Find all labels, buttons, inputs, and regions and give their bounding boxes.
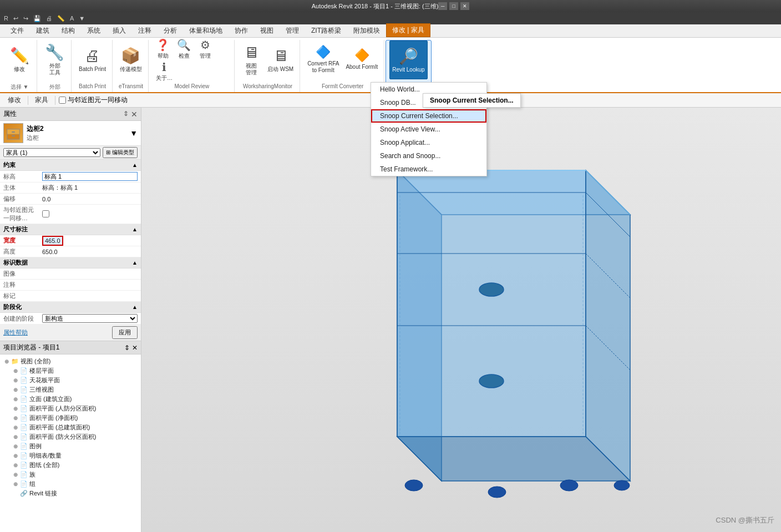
- tree-toggle-groups[interactable]: ⊕: [11, 481, 20, 487]
- launch-wsm-label: 启动 WSM: [267, 66, 293, 73]
- dimensions-section-header[interactable]: 尺寸标注 ▲: [0, 224, 141, 235]
- minimize-button[interactable]: ─: [438, 2, 447, 10]
- tree-item-revit-links[interactable]: 🔗 Revit 链接: [0, 489, 141, 498]
- tree-item-area-fire[interactable]: ⊕ 📄 面积平面 (防火分区面积): [0, 432, 141, 442]
- prop-highlight-width[interactable]: 465.0: [42, 236, 63, 246]
- transmit-model-button[interactable]: 📦 传递模型: [117, 40, 145, 79]
- properties-help-link[interactable]: 属性帮助: [3, 328, 28, 337]
- modify-button[interactable]: ✏️ 修改: [6, 40, 33, 79]
- launch-wsm-button[interactable]: 🖥 启动 WSM: [265, 40, 296, 79]
- tab-zit[interactable]: ZIT路桥梁: [305, 24, 347, 37]
- tree-toggle-area-civil[interactable]: ⊕: [11, 406, 20, 412]
- tree-icon-floor-plan: 📄: [20, 367, 28, 374]
- tree-toggle-area-net[interactable]: ⊕: [11, 415, 20, 421]
- external-tools-button[interactable]: 🔧 外部工具: [42, 40, 67, 79]
- project-browser-expand-icon[interactable]: ⇕: [124, 344, 130, 352]
- tab-insert[interactable]: 插入: [106, 24, 132, 37]
- tab-addins[interactable]: 附加模块: [347, 24, 386, 37]
- tree-toggle-views-all[interactable]: ⊕: [2, 358, 11, 364]
- tree-item-sheets[interactable]: ⊕ 📄 图纸 (全部): [0, 460, 141, 470]
- tab-massing[interactable]: 体量和场地: [183, 24, 229, 37]
- revit-lookup-button[interactable]: 🔎 Revit Lookup: [389, 40, 427, 79]
- qa-redo[interactable]: ↪: [22, 14, 30, 23]
- tab-structure[interactable]: 结构: [55, 24, 81, 37]
- toolbar-modify[interactable]: 修改: [4, 94, 24, 106]
- phasing-section-header[interactable]: 阶段化 ▲: [0, 302, 141, 313]
- tab-analyze[interactable]: 分析: [158, 24, 183, 37]
- qa-print[interactable]: 🖨: [44, 14, 54, 22]
- prop-checkbox-move-with[interactable]: [42, 210, 49, 217]
- edit-type-button[interactable]: ⊞ 编辑类型: [103, 147, 138, 158]
- about-button[interactable]: ℹ 关于…: [153, 62, 175, 80]
- manage-button[interactable]: ⚙ 管理: [195, 40, 215, 58]
- tree-item-ceiling-plan[interactable]: ⊕ 📄 天花板平面: [0, 376, 141, 385]
- qa-tag[interactable]: A: [68, 14, 75, 22]
- qa-undo[interactable]: ↩: [12, 14, 20, 23]
- qa-save[interactable]: 💾: [32, 14, 43, 23]
- tree-item-area-civil[interactable]: ⊕ 📄 面积平面 (人防分区面积): [0, 404, 141, 413]
- move-with-nearby-checkbox[interactable]: 与邻近图元一同移动: [59, 95, 128, 105]
- tree-item-legend[interactable]: ⊕ 📄 图例: [0, 442, 141, 451]
- modify-label: 修改: [14, 66, 25, 73]
- qa-more[interactable]: ▼: [77, 14, 87, 22]
- tab-file[interactable]: 文件: [4, 24, 30, 37]
- menu-item-search-snoop[interactable]: Search and Snoop...: [371, 149, 486, 163]
- family-count-select[interactable]: 家具 (1): [3, 148, 100, 157]
- tree-toggle-3d-view[interactable]: ⊕: [11, 387, 20, 393]
- object-dropdown-arrow[interactable]: ▼: [130, 129, 138, 138]
- toolbar-furniture[interactable]: 家具: [32, 94, 52, 106]
- prop-input-level[interactable]: [42, 172, 138, 181]
- tree-toggle-area-total[interactable]: ⊕: [11, 424, 20, 430]
- batch-print-button[interactable]: 🖨 Batch Print: [76, 40, 109, 79]
- tree-item-floor-plan[interactable]: ⊕ 📄 楼层平面: [0, 366, 141, 376]
- maximize-button[interactable]: □: [449, 2, 458, 10]
- constraints-section-header[interactable]: 约束 ▲: [0, 160, 141, 171]
- qa-measure[interactable]: 📏: [55, 14, 67, 23]
- tree-item-groups[interactable]: ⊕ 📄 组: [0, 479, 141, 489]
- menu-item-test-framework[interactable]: Test Framework...: [371, 163, 486, 176]
- prop-value-level: [39, 171, 141, 183]
- menu-item-snoop-application[interactable]: Snoop Applicat...: [371, 136, 486, 149]
- phase-created-select[interactable]: 新构造: [42, 314, 138, 323]
- properties-expand-icon[interactable]: ⇕: [123, 110, 129, 119]
- revit-logo[interactable]: R: [2, 14, 10, 22]
- tree-toggle-sheets[interactable]: ⊕: [11, 462, 20, 468]
- tree-item-elevation[interactable]: ⊕ 📄 立面 (建筑立面): [0, 394, 141, 404]
- menu-item-snoop-current-selection[interactable]: Snoop Current Selection...: [371, 109, 486, 123]
- move-with-nearby-input[interactable]: [59, 97, 66, 104]
- tree-item-views-all[interactable]: ⊕ 📁 视图 (全部): [0, 357, 141, 366]
- identity-section-header[interactable]: 标识数据 ▲: [0, 257, 141, 268]
- tree-item-area-net[interactable]: ⊕ 📄 面积平面 (净面积): [0, 413, 141, 423]
- tree-item-schedules[interactable]: ⊕ 📄 明细表/数量: [0, 451, 141, 460]
- convert-rfa-label: Convert RFAto FormIt: [307, 60, 339, 74]
- check-button[interactable]: 🔍 检查: [174, 40, 194, 58]
- tab-collaborate[interactable]: 协作: [229, 24, 254, 37]
- tab-architecture[interactable]: 建筑: [30, 24, 55, 37]
- tree-label-area-civil: 面积平面 (人防分区面积): [29, 404, 96, 413]
- tree-toggle-ceiling-plan[interactable]: ⊕: [11, 377, 20, 383]
- menu-item-snoop-active-view[interactable]: Snoop Active View...: [371, 123, 486, 136]
- view-manage-button[interactable]: 🖥 视图管理: [239, 40, 263, 79]
- tree-item-families[interactable]: ⊕ 📄 族: [0, 470, 141, 479]
- close-button[interactable]: ✕: [460, 2, 469, 10]
- properties-close-icon[interactable]: ✕: [131, 110, 138, 119]
- help-button[interactable]: ❓ 帮助: [153, 40, 173, 58]
- tab-manage[interactable]: 管理: [280, 24, 305, 37]
- about-formit-button[interactable]: 🔶 About FormIt: [343, 40, 381, 79]
- tree-toggle-schedules[interactable]: ⊕: [11, 453, 20, 459]
- tree-toggle-legend[interactable]: ⊕: [11, 443, 20, 449]
- tree-toggle-area-fire[interactable]: ⊕: [11, 434, 20, 440]
- project-browser-close-icon[interactable]: ✕: [132, 344, 138, 352]
- tab-systems[interactable]: 系统: [81, 24, 106, 37]
- tab-annotate[interactable]: 注释: [132, 24, 158, 37]
- tree-toggle-families[interactable]: ⊕: [11, 472, 20, 478]
- tab-view[interactable]: 视图: [254, 24, 280, 37]
- tree-toggle-elevation[interactable]: ⊕: [11, 396, 20, 402]
- tab-modify-furniture[interactable]: 修改 | 家具: [386, 23, 430, 37]
- tree-toggle-floor-plan[interactable]: ⊕: [11, 368, 20, 374]
- tree-item-area-total[interactable]: ⊕ 📄 面积平面 (总建筑面积): [0, 423, 141, 432]
- prop-row-height: 高度 650.0: [0, 246, 141, 257]
- convert-rfa-button[interactable]: 🔷 Convert RFAto FormIt: [305, 40, 342, 79]
- apply-button[interactable]: 应用: [112, 326, 138, 339]
- tree-item-3d-view[interactable]: ⊕ 📄 三维视图: [0, 385, 141, 394]
